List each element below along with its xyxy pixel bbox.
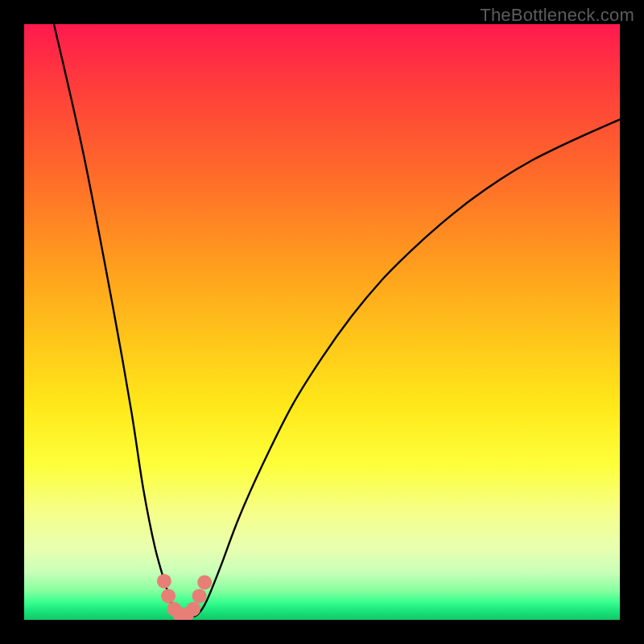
chart-svg bbox=[24, 24, 620, 620]
marker-dot bbox=[161, 588, 175, 603]
bottleneck-curve bbox=[54, 24, 620, 617]
marker-dot bbox=[157, 574, 171, 588]
watermark-text: TheBottleneck.com bbox=[480, 5, 634, 26]
plot-area bbox=[24, 24, 620, 620]
marker-dot bbox=[192, 588, 207, 603]
marker-dot bbox=[197, 575, 212, 589]
bottom-cluster-markers bbox=[157, 574, 212, 620]
marker-dot bbox=[186, 602, 200, 617]
